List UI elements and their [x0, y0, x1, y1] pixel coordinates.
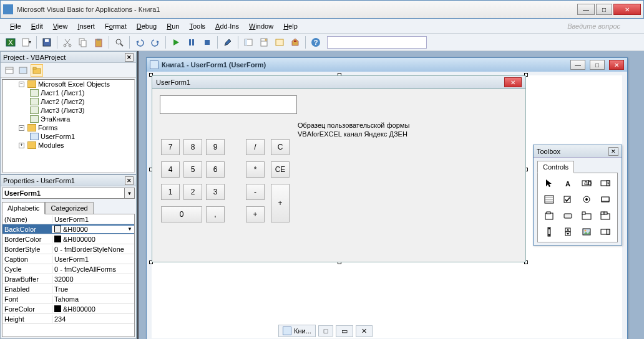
button-comma[interactable]: ,	[206, 206, 225, 222]
button-clear[interactable]: C	[271, 139, 290, 155]
menu-insert[interactable]: Insert	[72, 21, 100, 32]
design-mode-icon[interactable]	[221, 36, 235, 49]
find-icon[interactable]	[112, 36, 126, 49]
save-icon[interactable]	[40, 36, 54, 49]
toolbox-close-icon[interactable]: ✕	[608, 147, 618, 156]
properties-grid[interactable]: (Name)UserForm1BackColor&H8000▼BorderCol…	[2, 214, 135, 337]
menu-file[interactable]: File	[5, 21, 26, 32]
property-row[interactable]: FontTahoma	[2, 294, 134, 304]
toggle-folders-icon[interactable]	[31, 64, 43, 77]
taskbar-maximize-button[interactable]: ▭	[336, 325, 353, 337]
property-row[interactable]: CaptionUserForm1	[2, 254, 134, 264]
tab-alphabetic[interactable]: Alphabetic	[2, 202, 45, 214]
spinbutton-icon[interactable]	[560, 225, 576, 239]
form-window-close-button[interactable]: ✕	[609, 60, 624, 70]
paste-icon[interactable]	[92, 36, 105, 49]
button-subtract[interactable]: -	[246, 184, 265, 200]
label-icon[interactable]: A	[560, 176, 576, 190]
button-3[interactable]: 3	[206, 184, 225, 200]
image-icon[interactable]	[578, 225, 595, 239]
reset-icon[interactable]	[200, 36, 214, 49]
undo-icon[interactable]	[133, 36, 147, 49]
button-5[interactable]: 5	[183, 161, 202, 178]
tab-categorized[interactable]: Categorized	[45, 202, 93, 214]
view-object-icon[interactable]	[17, 64, 29, 77]
menu-view[interactable]: View	[48, 21, 73, 32]
menu-edit[interactable]: Edit	[26, 21, 48, 32]
property-row[interactable]: Height234	[2, 314, 134, 324]
taskbar-restore-button[interactable]: □	[318, 325, 334, 337]
window-minimize-button[interactable]: —	[577, 4, 595, 15]
button-9[interactable]: 9	[206, 139, 225, 155]
button-plus-tall[interactable]: +	[271, 184, 290, 222]
window-close-button[interactable]: ✕	[613, 4, 641, 15]
tabstrip-icon[interactable]	[578, 209, 595, 222]
menu-addins[interactable]: Add-Ins	[210, 21, 244, 32]
project-tree[interactable]: −Microsoft Excel Objects Лист1 (Лист1) Л…	[2, 79, 135, 173]
property-row[interactable]: (Name)UserForm1	[2, 214, 134, 224]
copy-icon[interactable]	[76, 36, 90, 49]
frame-icon[interactable]	[541, 209, 557, 222]
redo-icon[interactable]	[149, 36, 162, 49]
button-multiply[interactable]: *	[246, 161, 265, 178]
menu-tools[interactable]: Tools	[184, 21, 210, 32]
togglebutton-icon[interactable]	[597, 193, 613, 206]
properties-icon[interactable]	[257, 36, 271, 49]
toolbar-combo[interactable]	[327, 36, 427, 49]
checkbox-icon[interactable]	[560, 193, 576, 206]
property-row[interactable]: BorderStyle0 - fmBorderStyleNone	[2, 244, 134, 254]
optionbutton-icon[interactable]	[578, 193, 595, 206]
info-label[interactable]: Образец пользовательской формы VBAforEXC…	[297, 120, 410, 140]
property-row[interactable]: ForeColor&H800000	[2, 304, 134, 314]
pointer-icon[interactable]	[541, 176, 557, 190]
button-divide[interactable]: /	[246, 139, 265, 155]
form-window-minimize-button[interactable]: —	[570, 60, 585, 70]
menu-window[interactable]: Window	[244, 21, 278, 32]
insert-dropdown-icon[interactable]	[19, 36, 33, 49]
break-icon[interactable]	[185, 36, 198, 49]
view-code-icon[interactable]	[3, 64, 16, 77]
refedit-icon[interactable]	[597, 225, 613, 239]
properties-object-selector[interactable]: ▼	[2, 188, 135, 199]
toolbox-window[interactable]: Toolbox ✕ Controls A ab	[533, 145, 622, 246]
button-8[interactable]: 8	[183, 139, 202, 155]
project-panel-close-icon[interactable]: ✕	[125, 53, 134, 62]
menu-format[interactable]: Format	[100, 21, 132, 32]
button-4[interactable]: 4	[161, 161, 180, 178]
cut-icon[interactable]	[61, 36, 74, 49]
scrollbar-icon[interactable]	[541, 225, 557, 239]
form-window-maximize-button[interactable]: □	[590, 60, 605, 70]
property-row[interactable]: BackColor&H8000▼	[2, 224, 134, 234]
excel-icon[interactable]: X	[4, 36, 17, 49]
display-textbox[interactable]	[160, 95, 297, 114]
toolbox-icon[interactable]	[288, 36, 302, 49]
project-explorer-icon[interactable]	[242, 36, 255, 49]
textbox-icon[interactable]: ab	[578, 176, 595, 190]
taskbar-close-button[interactable]: ✕	[356, 325, 373, 337]
property-row[interactable]: BorderColor&H800000	[2, 234, 134, 244]
listbox-icon[interactable]	[541, 193, 557, 206]
button-2[interactable]: 2	[183, 184, 202, 200]
multipage-icon[interactable]	[597, 209, 613, 222]
object-browser-icon[interactable]	[273, 36, 286, 49]
toolbox-tab-controls[interactable]: Controls	[537, 161, 574, 173]
button-6[interactable]: 6	[206, 161, 225, 178]
button-7[interactable]: 7	[161, 139, 180, 155]
combobox-icon[interactable]	[597, 176, 613, 190]
button-1[interactable]: 1	[161, 184, 180, 200]
button-add[interactable]: +	[246, 206, 265, 222]
property-row[interactable]: Cycle0 - fmCycleAllForms	[2, 264, 134, 274]
help-icon[interactable]: ?	[309, 36, 323, 49]
window-maximize-button[interactable]: □	[596, 4, 612, 15]
properties-panel-close-icon[interactable]: ✕	[125, 176, 134, 185]
menu-help[interactable]: Help	[278, 21, 303, 32]
userform-designer[interactable]: UserForm1 ✕ Образец пользовательской фор…	[152, 75, 526, 262]
button-ce[interactable]: CE	[271, 161, 290, 178]
run-icon[interactable]	[169, 36, 183, 49]
menu-debug[interactable]: Debug	[132, 21, 162, 32]
commandbutton-icon[interactable]	[560, 209, 576, 222]
menu-run[interactable]: Run	[162, 21, 184, 32]
help-search-hint[interactable]: Введите вопрос	[567, 22, 639, 30]
taskbar-form-item[interactable]: Кни...	[278, 325, 316, 337]
property-row[interactable]: DrawBuffer32000	[2, 274, 134, 284]
